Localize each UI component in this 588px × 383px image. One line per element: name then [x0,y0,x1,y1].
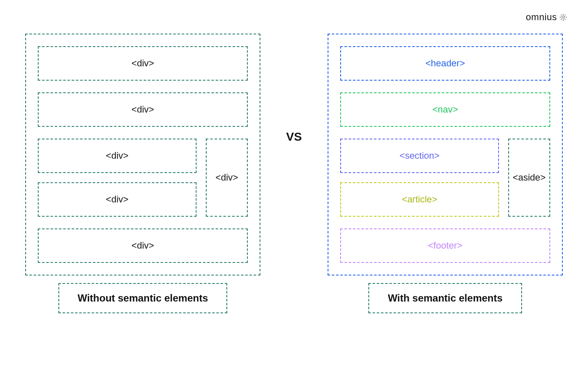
vs-label: VS [286,34,302,144]
svg-point-3 [565,19,566,20]
left-div-6: <div> [38,228,248,263]
left-panel-wrap: <div> <div> <div> <div> <div> <div> With… [25,34,260,313]
left-div-4: <div> [38,182,197,217]
left-div-3: <div> [38,139,197,173]
svg-point-10 [564,18,565,18]
svg-point-13 [562,16,562,17]
svg-point-2 [566,17,567,18]
left-middle-row: <div> <div> <div> [38,139,248,217]
right-middle-row: <section> <article> <aside> [340,139,550,217]
left-div-aside: <div> [206,139,248,217]
right-nav-box: <nav> [340,92,550,127]
left-div-2: <div> [38,92,248,127]
svg-point-7 [561,15,562,16]
svg-point-12 [562,18,562,18]
svg-point-9 [564,16,565,17]
right-header-box: <header> [340,46,550,81]
right-section-box: <section> [340,139,499,173]
svg-point-14 [563,17,564,18]
svg-point-5 [561,19,562,20]
svg-point-11 [563,18,564,19]
left-div-1: <div> [38,46,248,81]
svg-point-6 [560,17,561,18]
brand-dot-icon [559,13,567,21]
right-footer-box: <footer> [340,228,550,263]
svg-point-4 [563,20,564,21]
svg-point-8 [563,16,564,16]
left-layout-container: <div> <div> <div> <div> <div> <div> [25,34,260,275]
right-layout-container: <header> <nav> <section> <article> <asid… [328,34,563,275]
left-caption: Without semantic elements [58,283,228,313]
brand-name: omnius [526,12,557,23]
right-aside-box: <aside> [508,139,550,217]
right-caption: With semantic elements [368,283,522,313]
svg-point-0 [563,14,564,15]
brand-logo: omnius [526,12,567,23]
right-panel-wrap: <header> <nav> <section> <article> <asid… [328,34,563,313]
svg-point-1 [565,15,566,16]
right-article-box: <article> [340,182,499,217]
